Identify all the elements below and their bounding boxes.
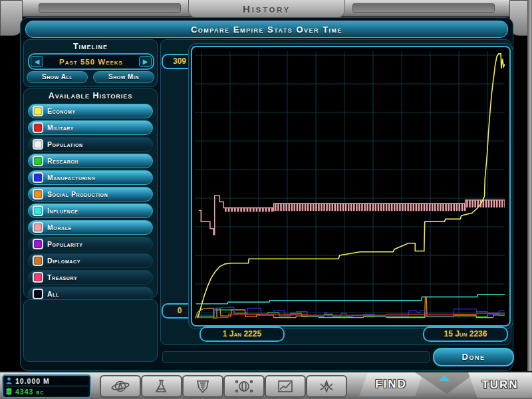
timeline-panel: Timeline ◀ Past 550 Weeks ▶ Show All Sho…	[23, 39, 158, 87]
timeline-range-selector: ◀ Past 550 Weeks ▶	[28, 53, 154, 70]
history-item-population[interactable]: Population	[28, 137, 153, 152]
frame-corner-left	[0, 0, 23, 36]
history-color-swatch[interactable]	[33, 156, 43, 166]
ship-icon	[315, 378, 338, 394]
population-icon	[5, 377, 13, 384]
history-item-influence[interactable]: Influence	[28, 203, 153, 218]
sidebar-empty-panel	[23, 299, 158, 362]
turn-button[interactable]: Turn	[468, 372, 532, 398]
show-min-button[interactable]: Show Min	[93, 71, 154, 83]
chart-button[interactable]	[265, 375, 306, 398]
history-item-diplomacy[interactable]: Diplomacy	[28, 253, 153, 268]
window-title: History	[243, 3, 291, 15]
credits-value: 4343 bc	[15, 388, 44, 396]
history-panel: Compare Empire Stats Over Time Timeline …	[20, 17, 513, 371]
history-item-manufacturing[interactable]: Manufacturing	[28, 170, 153, 185]
history-item-label: Social Production	[47, 190, 108, 198]
history-item-social-production[interactable]: Social Production	[28, 187, 153, 201]
history-color-swatch[interactable]	[33, 205, 43, 216]
history-item-label: Population	[47, 140, 83, 148]
history-color-swatch[interactable]	[33, 139, 43, 150]
shield-icon	[191, 378, 215, 394]
message-strip	[162, 351, 430, 363]
planet-ring-button[interactable]	[100, 375, 141, 398]
timeline-header: Timeline	[24, 42, 157, 51]
history-item-label: Treasury	[47, 273, 77, 281]
history-item-treasury[interactable]: Treasury	[28, 270, 153, 285]
x-axis-end-label: 15 Jun 2236	[423, 327, 508, 342]
done-button[interactable]: Done	[433, 348, 514, 366]
history-color-swatch[interactable]	[33, 255, 43, 266]
history-item-label: Influence	[47, 207, 78, 215]
stats-line-chart	[195, 51, 505, 319]
shield-button[interactable]	[182, 375, 223, 398]
flask-button[interactable]	[141, 375, 182, 398]
find-button-label: Find	[375, 378, 407, 391]
history-item-label: Diplomacy	[47, 257, 80, 265]
history-color-swatch[interactable]	[33, 172, 43, 183]
history-color-swatch[interactable]	[33, 106, 43, 116]
history-item-label: Popularity	[47, 240, 82, 248]
history-color-swatch[interactable]	[33, 239, 43, 249]
empire-status-panel: 10.000 M 4343 bc	[2, 374, 91, 398]
history-item-research[interactable]: Research	[28, 154, 153, 168]
title-plate: History	[188, 0, 345, 18]
history-item-morale[interactable]: Morale	[28, 220, 153, 235]
chart-panel: 309 0 1 Jan 2225 15 Jun 2236	[160, 39, 511, 345]
history-item-military[interactable]: Military	[28, 120, 153, 135]
history-item-economy[interactable]: Economy	[28, 104, 153, 118]
history-item-label: Morale	[47, 223, 72, 231]
x-axis-start-label: 1 Jan 2225	[200, 327, 285, 342]
history-item-label: Economy	[47, 107, 76, 115]
history-color-swatch[interactable]	[33, 289, 43, 299]
history-item-label: Military	[47, 124, 74, 132]
chevron-up-icon[interactable]	[439, 375, 450, 381]
series-influence-line	[196, 295, 505, 304]
history-color-swatch[interactable]	[33, 272, 43, 283]
history-color-swatch[interactable]	[33, 222, 43, 233]
history-item-label: Manufacturing	[47, 174, 96, 182]
range-value: Past 550 Weeks	[45, 58, 138, 66]
history-item-label: All	[47, 290, 59, 298]
history-color-swatch[interactable]	[33, 122, 43, 133]
planet-ring-icon	[108, 379, 132, 394]
title-bar-recess-left	[39, 3, 181, 13]
histories-panel: Available Histories EconomyMilitaryPopul…	[23, 88, 158, 298]
turn-button-label: Turn	[481, 378, 518, 392]
chart-icon	[273, 378, 297, 394]
find-button[interactable]: Find	[359, 372, 423, 396]
plot-area	[191, 46, 511, 327]
title-bar-recess-right	[352, 3, 495, 13]
sphere-button[interactable]	[223, 375, 265, 398]
sphere-icon	[232, 378, 256, 394]
population-value: 10.000 M	[15, 377, 50, 385]
history-item-popularity[interactable]: Popularity	[28, 237, 153, 251]
histories-list: EconomyMilitaryPopulationResearchManufac…	[28, 104, 153, 303]
histories-header: Available Histories	[24, 91, 157, 100]
chart-grid	[195, 51, 505, 319]
credits-icon	[5, 388, 13, 395]
range-next-button[interactable]: ▶	[139, 56, 152, 67]
hud-bar: 10.000 M 4343 bc Find Turn	[0, 371, 532, 399]
range-prev-button[interactable]: ◀	[31, 56, 43, 67]
history-color-swatch[interactable]	[33, 189, 43, 200]
flask-icon	[150, 378, 174, 394]
screen-subtitle: Compare Empire Stats Over Time	[191, 25, 342, 35]
ship-button[interactable]	[306, 375, 347, 398]
show-all-button[interactable]: Show All	[27, 71, 88, 83]
history-item-label: Research	[47, 157, 78, 165]
screen-subtitle-bar: Compare Empire Stats Over Time	[25, 21, 508, 38]
frame-edge-right	[527, 0, 532, 399]
